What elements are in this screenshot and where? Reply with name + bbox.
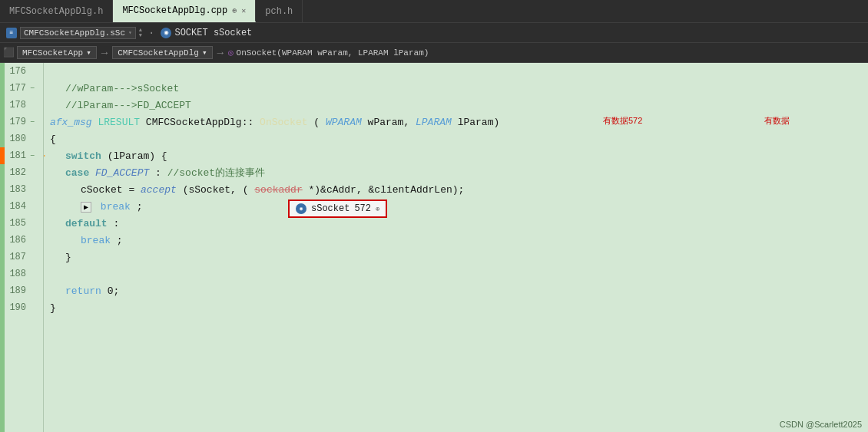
code-line-190: } (50, 299, 868, 316)
code-line-179: afx_msg LRESULT CMFCSocketAppDlg:: OnSoc… (50, 114, 868, 130)
nav-arrow: → (101, 47, 108, 59)
class-nav-chevron-icon: ▾ (202, 48, 207, 58)
class-nav-label: CMFCSocketAppDlg (118, 48, 199, 58)
project-label: MFCSocketApp (22, 48, 83, 58)
code-text: //lParam--->FD_ACCEPT (65, 100, 191, 111)
line-number-179: 179 − (5, 114, 43, 130)
tooltip-popup: ◉ sSocket 572 ⊕ (288, 200, 387, 218)
class-dropdown-label: CMFCSocketAppDlg.sSc (24, 28, 125, 38)
code-content[interactable]: //wParam--->sSocket //lParam--->FD_ACCEP… (44, 63, 868, 432)
line-number-181: 181 − (5, 147, 43, 164)
method-icon: ◎ (228, 48, 234, 58)
code-text: cSocket = accept (sSocket, ( sockaddr *)… (81, 184, 464, 196)
code-text: case FD_ACCEPT : //socket的连接事件 (65, 166, 265, 180)
code-line-189: return 0; (50, 282, 868, 299)
code-line-185: default : (50, 215, 868, 232)
line-number-180: 180 (5, 130, 43, 147)
tab-label: MFCSocketAppDlg.h (9, 6, 103, 17)
line-number-176: 176 (5, 63, 43, 80)
project-dropdown[interactable]: MFCSocketApp ▾ (17, 46, 97, 59)
code-text: //wParam--->sSocket (65, 83, 179, 94)
code-area: 176 177 − 178 179 − 180 181 − 182 183 (0, 63, 868, 432)
code-text: } (50, 302, 56, 314)
code-line-182: case FD_ACCEPT : //socket的连接事件 (50, 164, 868, 181)
class-nav-dropdown[interactable]: CMFCSocketAppDlg ▾ (112, 46, 212, 59)
code-line-183: cSocket = accept (sSocket, ( sockaddr *)… (50, 181, 868, 198)
toolbar-spin[interactable]: ▲ ▼ (139, 28, 142, 38)
code-text: default : (65, 218, 119, 229)
project-icon: ⬛ (3, 48, 14, 58)
tab-close-icon[interactable]: ✕ (241, 6, 246, 15)
nav-class: CMFCSocketAppDlg ▾ (112, 46, 212, 59)
spin-down-icon[interactable]: ▼ (139, 33, 142, 38)
line-number-186: 186 (5, 232, 43, 249)
tab-label: pch.h (265, 6, 293, 17)
collapse-181[interactable]: − (30, 152, 35, 160)
class-icon: ≡ (6, 28, 17, 38)
nav-method: ◎ OnSocket(WPARAM wParam, LPARAM lParam) (228, 48, 429, 58)
line-number-187: 187 (5, 249, 43, 265)
tooltip-value: 572 (354, 203, 371, 214)
code-text: } (65, 252, 71, 263)
code-line-176 (50, 63, 868, 80)
project-chevron-icon: ▾ (86, 48, 91, 58)
code-line-186: break ; (50, 232, 868, 249)
code-text: afx_msg LRESULT CMFCSocketAppDlg:: OnSoc… (50, 117, 499, 128)
line-number-183: 183 (5, 181, 43, 198)
code-line-177: //wParam--->sSocket (50, 80, 868, 97)
method-label: OnSocket(WPARAM wParam, LPARAM lParam) (237, 48, 429, 58)
code-text: break ; (81, 235, 123, 246)
tab-mfcsocketappdlg-cpp[interactable]: MFCSocketAppDlg.cpp ⊕ ✕ (113, 0, 256, 22)
code-text: { (50, 134, 56, 145)
toolbar-member: ◉ SOCKET sSocket (157, 28, 255, 38)
code-line-181: switch (lParam) { (50, 147, 868, 164)
code-text: return 0; (65, 285, 119, 297)
code-line-180: { (50, 130, 868, 147)
code-line-184: ▶ break ; ◉ sSocket 572 ⊕ (50, 198, 868, 215)
tooltip-expand-icon[interactable]: ⊕ (376, 205, 379, 213)
line-number-177: 177 − (5, 80, 43, 97)
line-numbers: 176 177 − 178 179 − 180 181 − 182 183 (5, 63, 44, 432)
annotation-2: 有数据 (764, 115, 790, 127)
collapse-177[interactable]: − (30, 84, 35, 93)
line-number-188: 188 (5, 265, 43, 282)
tab-label: MFCSocketAppDlg.cpp (122, 5, 227, 16)
line-number-182: 182 (5, 164, 43, 181)
collapse-179[interactable]: − (30, 118, 35, 127)
member-label: SOCKET sSocket (174, 28, 252, 38)
code-line-187: } (50, 249, 868, 265)
code-text: ▶ break ; (81, 201, 142, 213)
nav-project: ⬛ MFCSocketApp ▾ (3, 46, 97, 59)
tab-pch-h[interactable]: pch.h (256, 0, 303, 22)
toolbar-row: ≡ CMFCSocketAppDlg.sSc ▾ ▲ ▼ · ◉ SOCKET … (0, 23, 868, 43)
expand-icon[interactable]: ▶ (81, 202, 91, 213)
member-icon: ◉ (161, 28, 171, 38)
code-text: switch (lParam) { (65, 150, 167, 162)
toolbar-file-class: ≡ CMFCSocketAppDlg.sSc ▾ ▲ ▼ (3, 27, 145, 39)
code-line-188 (50, 265, 868, 282)
line-number-190: 190 (5, 299, 43, 316)
breakpoint-arrow-icon (44, 150, 45, 161)
nav-row: ⬛ MFCSocketApp ▾ → CMFCSocketAppDlg ▾ → … (0, 43, 868, 63)
line-number-185: 185 (5, 215, 43, 232)
line-number-189: 189 (5, 282, 43, 299)
line-number-184: 184 (5, 198, 43, 215)
tooltip-socket-icon: ◉ (296, 203, 306, 214)
chevron-down-icon: ▾ (128, 29, 132, 36)
class-dropdown[interactable]: CMFCSocketAppDlg.sSc ▾ (20, 27, 136, 39)
line-number-178: 178 (5, 97, 43, 114)
separator: · (148, 27, 154, 39)
tooltip-label: sSocket (311, 203, 350, 214)
tab-pin-icon: ⊕ (232, 6, 237, 15)
tab-mfcsocketappdlg-h[interactable]: MFCSocketAppDlg.h (0, 0, 113, 22)
nav-arrow2: → (217, 47, 224, 59)
watermark: CSDN @Scarlett2025 (780, 420, 862, 429)
annotation-1: 有数据572 (603, 115, 642, 127)
code-line-178: //lParam--->FD_ACCEPT (50, 97, 868, 114)
tab-bar: MFCSocketAppDlg.h MFCSocketAppDlg.cpp ⊕ … (0, 0, 868, 23)
